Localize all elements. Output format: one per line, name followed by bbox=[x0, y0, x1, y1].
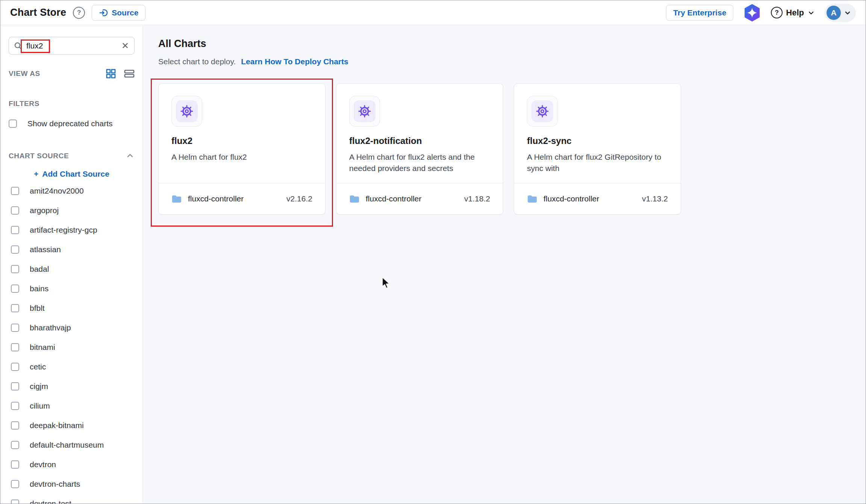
chart-source-name: default-chartmuseum bbox=[30, 440, 104, 450]
chart-source-name: devtron-test bbox=[30, 499, 71, 504]
show-deprecated-checkbox[interactable] bbox=[9, 120, 17, 128]
chart-repo: fluxcd-controller bbox=[188, 194, 244, 203]
list-view-icon[interactable] bbox=[124, 69, 135, 79]
card-footer: fluxcd-controller v1.13.2 bbox=[514, 183, 681, 214]
plus-icon: + bbox=[34, 170, 38, 179]
avatar: A bbox=[827, 6, 841, 20]
chart-source-item: cilium bbox=[9, 396, 135, 416]
main-content: All Charts Select chart to deploy. Learn… bbox=[144, 25, 866, 504]
add-chart-source-label: Add Chart Source bbox=[42, 170, 109, 179]
chart-source-name: badal bbox=[30, 265, 49, 274]
card-footer: fluxcd-controller v2.16.2 bbox=[159, 183, 325, 214]
chart-source-checkbox[interactable] bbox=[11, 421, 19, 430]
chart-version: v1.13.2 bbox=[642, 194, 668, 203]
chart-source-checkbox[interactable] bbox=[11, 324, 19, 332]
grid-view-icon[interactable] bbox=[106, 69, 116, 79]
chart-source-item: amit24nov2000 bbox=[9, 181, 135, 201]
chart-name: flux2-notification bbox=[349, 136, 490, 146]
app-header: Chart Store ? Source Try Enterprise ? He… bbox=[0, 0, 866, 25]
chart-source-item: deepak-bitnami bbox=[9, 416, 135, 435]
folder-icon bbox=[527, 194, 537, 203]
chart-version: v2.16.2 bbox=[286, 194, 312, 203]
view-as-label: VIEW AS bbox=[9, 70, 40, 78]
chart-source-checkbox[interactable] bbox=[11, 304, 19, 312]
chart-source-checkbox[interactable] bbox=[11, 441, 19, 449]
source-button[interactable]: Source bbox=[92, 5, 145, 21]
chart-source-checkbox[interactable] bbox=[11, 402, 19, 410]
add-chart-source-button[interactable]: + Add Chart Source bbox=[9, 170, 135, 179]
help-menu[interactable]: ? Help bbox=[771, 7, 815, 18]
user-menu[interactable]: A bbox=[825, 4, 856, 22]
chart-name: flux2 bbox=[171, 136, 312, 146]
subtitle: Select chart to deploy. bbox=[158, 57, 236, 66]
chevron-down-icon bbox=[807, 9, 815, 17]
enterprise-sparkle-icon[interactable] bbox=[743, 4, 761, 22]
chart-source-checkbox[interactable] bbox=[11, 187, 19, 195]
chart-repo: fluxcd-controller bbox=[544, 194, 599, 203]
page-help-icon[interactable]: ? bbox=[73, 7, 85, 19]
learn-deploy-link[interactable]: Learn How To Deploy Charts bbox=[241, 57, 348, 66]
chart-source-checkbox[interactable] bbox=[11, 499, 19, 504]
chart-source-name: artifact-registry-gcp bbox=[30, 226, 97, 235]
chart-card-flux2-sync[interactable]: flux2-sync A Helm chart for flux2 GitRep… bbox=[514, 83, 681, 215]
chart-source-name: amit24nov2000 bbox=[30, 186, 84, 195]
chart-source-item: devtron-charts bbox=[9, 474, 135, 494]
chart-source-item: bitnami bbox=[9, 338, 135, 357]
chart-source-name: devtron-charts bbox=[30, 480, 80, 489]
folder-icon bbox=[349, 194, 360, 203]
chart-source-list: amit24nov2000 argoproj artifact-registry… bbox=[9, 181, 135, 504]
collapse-section-button[interactable] bbox=[126, 151, 135, 160]
chart-grid: flux2 A Helm chart for flux2 fluxcd-cont… bbox=[158, 83, 866, 215]
all-charts-heading: All Charts bbox=[158, 38, 866, 50]
chart-source-checkbox[interactable] bbox=[11, 265, 19, 273]
try-enterprise-button[interactable]: Try Enterprise bbox=[666, 5, 733, 21]
chart-source-name: cetic bbox=[30, 362, 46, 371]
filters-label: FILTERS bbox=[9, 100, 135, 108]
chevron-up-icon bbox=[126, 151, 135, 160]
chart-description: A Helm chart for flux2 GitRepository to … bbox=[527, 151, 668, 174]
show-deprecated-label: Show deprecated charts bbox=[27, 119, 112, 128]
helm-gear-icon bbox=[180, 104, 194, 118]
chart-source-name: cigjm bbox=[30, 382, 48, 391]
chart-source-checkbox[interactable] bbox=[11, 343, 19, 351]
chart-description: A Helm chart for flux2 bbox=[171, 151, 312, 163]
chart-source-name: devtron bbox=[30, 460, 56, 469]
chart-icon-frame bbox=[527, 96, 558, 127]
search-input[interactable] bbox=[9, 37, 135, 54]
chart-source-checkbox[interactable] bbox=[11, 382, 19, 390]
chart-source-item: argoproj bbox=[9, 201, 135, 220]
chart-source-name: argoproj bbox=[30, 206, 59, 215]
helm-gear-icon bbox=[536, 104, 549, 118]
help-label: Help bbox=[786, 8, 804, 18]
chart-source-checkbox[interactable] bbox=[11, 460, 19, 469]
chart-source-name: cilium bbox=[30, 401, 50, 410]
chart-source-checkbox[interactable] bbox=[11, 363, 19, 371]
clear-search-icon[interactable]: ✕ bbox=[120, 40, 131, 51]
chart-icon-frame bbox=[349, 96, 380, 127]
chart-source-name: bains bbox=[30, 284, 48, 293]
chart-source-checkbox[interactable] bbox=[11, 206, 19, 215]
chart-source-checkbox[interactable] bbox=[11, 226, 19, 234]
chart-source-item: cetic bbox=[9, 357, 135, 377]
chart-source-item: devtron bbox=[9, 455, 135, 474]
chart-source-item: devtron-test bbox=[9, 494, 135, 504]
card-footer: fluxcd-controller v1.18.2 bbox=[336, 183, 503, 214]
chart-source-checkbox[interactable] bbox=[11, 480, 19, 488]
chart-name: flux2-sync bbox=[527, 136, 668, 146]
folder-icon bbox=[171, 194, 182, 203]
helm-gear-icon bbox=[358, 104, 371, 118]
chart-repo: fluxcd-controller bbox=[366, 194, 421, 203]
chart-card-flux2[interactable]: flux2 A Helm chart for flux2 fluxcd-cont… bbox=[158, 83, 326, 215]
sidebar: ✕ VIEW AS FILTERS Show deprecated charts… bbox=[0, 25, 143, 504]
chart-card-flux2-notification[interactable]: flux2-notification A Helm chart for flux… bbox=[336, 83, 503, 215]
chart-source-name: deepak-bitnami bbox=[30, 421, 84, 430]
chart-source-checkbox[interactable] bbox=[11, 285, 19, 293]
chart-source-item: default-chartmuseum bbox=[9, 435, 135, 455]
chart-icon-frame bbox=[171, 96, 202, 127]
try-enterprise-label: Try Enterprise bbox=[673, 8, 726, 17]
chart-source-checkbox[interactable] bbox=[11, 245, 19, 254]
chart-store-page: { "header": { "title": "Chart Store", "s… bbox=[0, 0, 866, 504]
chart-source-name: bitnami bbox=[30, 343, 55, 352]
login-arrow-icon bbox=[99, 8, 108, 17]
help-icon: ? bbox=[771, 7, 783, 18]
